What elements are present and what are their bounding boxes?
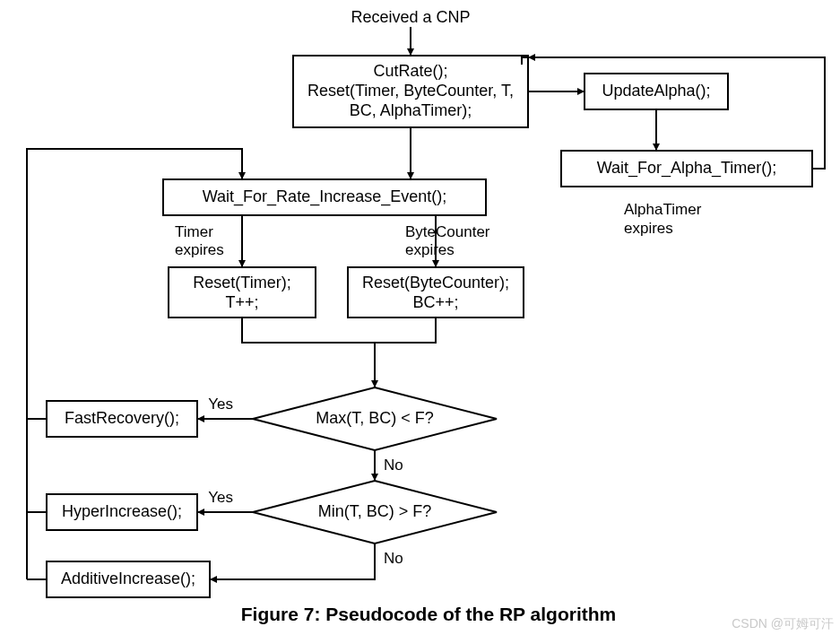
edge-bc-l1: ByteCounter bbox=[405, 223, 490, 240]
edge-timer-l1: Timer bbox=[175, 223, 213, 240]
cutrate-line1: CutRate(); bbox=[373, 62, 447, 80]
edge-alpha-l2: expires bbox=[624, 220, 673, 237]
watermark: CSDN @可姆可汗 bbox=[732, 616, 834, 631]
updatealpha-text: UpdateAlpha(); bbox=[602, 82, 710, 100]
edge-timer-l2: expires bbox=[175, 241, 224, 258]
fastrecovery-text: FastRecovery(); bbox=[65, 409, 179, 427]
reset-timer-l1: Reset(Timer); bbox=[193, 274, 290, 291]
wait-alpha-text: Wait_For_Alpha_Timer(); bbox=[597, 159, 777, 178]
edge-d2-no: No bbox=[384, 550, 403, 567]
additiveincrease-text: AdditiveIncrease(); bbox=[61, 570, 195, 587]
start-label: Received a CNP bbox=[351, 8, 470, 26]
cutrate-line2: Reset(Timer, ByteCounter, T, bbox=[307, 82, 514, 100]
edge-d1-yes: Yes bbox=[208, 396, 233, 413]
reset-bc-l2: BC++; bbox=[412, 293, 458, 311]
decision-min-text: Min(T, BC) > F? bbox=[318, 502, 432, 520]
cutrate-line3: BC, AlphaTimer); bbox=[350, 101, 472, 119]
edge-d1-no: No bbox=[384, 457, 403, 474]
hyperincrease-text: HyperIncrease(); bbox=[62, 502, 182, 520]
edge-bc-l2: expires bbox=[405, 241, 455, 258]
reset-timer-l2: T++; bbox=[225, 293, 258, 311]
figure-caption: Figure 7: Pseudocode of the RP algorithm bbox=[241, 604, 617, 624]
edge-alpha-l1: AlphaTimer bbox=[624, 201, 702, 218]
wait-rate-text: Wait_For_Rate_Increase_Event(); bbox=[203, 187, 446, 206]
edge-d2-yes: Yes bbox=[208, 489, 233, 506]
decision-max-text: Max(T, BC) < F? bbox=[316, 409, 434, 427]
reset-bc-l1: Reset(ByteCounter); bbox=[362, 274, 509, 291]
